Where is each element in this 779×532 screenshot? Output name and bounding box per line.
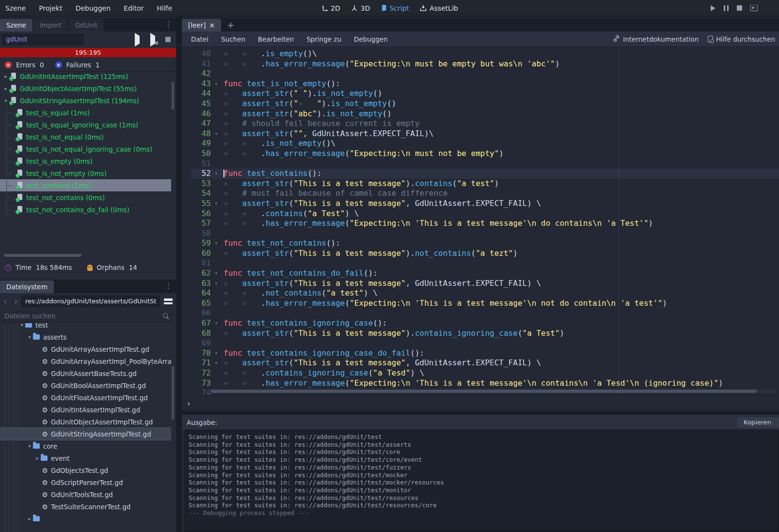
fs-file-row[interactable]: ⚙GdUnitIntAssertImplTest.gd <box>0 404 171 416</box>
code-line-47[interactable]: 47»# should fail because current is empt… <box>191 119 779 129</box>
code-line-65[interactable]: 65»».has_error_message("Expecting:\n 'Th… <box>191 298 779 309</box>
code-line-50[interactable]: 50»».has_error_message("Expecting:\n mus… <box>191 149 779 159</box>
code-line-68[interactable]: 68»assert_str("This is a test message").… <box>191 329 779 339</box>
code-line-69[interactable]: 69 <box>191 338 779 348</box>
tab-import[interactable]: Import <box>33 19 68 31</box>
code-line-53[interactable]: 53»assert_str("This is a test message").… <box>191 179 779 189</box>
code-line-59[interactable]: 59▾func test_not_contains(): <box>191 238 779 249</box>
code-line-45[interactable]: 45»assert_str("» ").is_not_empty() <box>191 99 779 109</box>
script-menu-debuggen[interactable]: Debuggen <box>354 35 388 43</box>
fold-arrow-icon[interactable]: ▾ <box>215 79 223 89</box>
line-number[interactable]: 45 <box>191 99 215 109</box>
chevron-right-icon[interactable]: ▸ <box>26 516 33 521</box>
test-tree-item[interactable]: ✓test_is_not_equal_ignoring_case (0ms) <box>0 143 171 155</box>
line-number[interactable]: 59 <box>191 238 215 249</box>
online-docs-button[interactable]: Internetdokumentation <box>613 35 699 44</box>
test-tree-item[interactable]: ▸✓GdUnitObjectAssertImplTest (55ms) <box>0 82 171 94</box>
workspace-2d-button[interactable]: 2D <box>321 4 340 12</box>
line-number[interactable]: 63 <box>191 279 215 289</box>
search-help-button[interactable]: Hilfe durchsuchen <box>708 35 775 43</box>
fold-arrow-icon[interactable]: ▾ <box>215 348 223 359</box>
code-line-55[interactable]: 55▾»assert_str("This is a test message",… <box>191 199 779 209</box>
history-back-icon[interactable]: ‹ <box>0 297 11 306</box>
dock-menu-icon[interactable]: ⋮ <box>165 20 172 29</box>
script-menu-suchen[interactable]: Suchen <box>221 35 245 43</box>
fs-file-row[interactable]: ⚙GdUnitToolsTest.gd <box>0 488 171 501</box>
script-menu-bearbeiten[interactable]: Bearbeiten <box>258 35 294 43</box>
test-tree-item[interactable]: ✓test_not_contains_do_fail (0ms) <box>0 203 171 216</box>
fold-arrow-icon[interactable]: ▾ <box>215 169 223 179</box>
fs-file-row[interactable]: ⚙TestSuiteScannerTest.gd <box>0 501 171 513</box>
stop-tests-button[interactable] <box>165 37 171 42</box>
chevron-down-icon[interactable]: ▾ <box>26 443 33 449</box>
menu-item-editor[interactable]: Editor <box>124 4 143 12</box>
line-number[interactable]: 50 <box>191 149 215 159</box>
code-line-70[interactable]: 70▾func test_contains_ignoring_case_do_f… <box>191 348 779 359</box>
code-line-49[interactable]: 49»».is_not_empty()\ <box>191 139 779 149</box>
filesystem-search-bar[interactable]: Dateien suchen <box>0 310 174 322</box>
scroll-handle[interactable] <box>211 390 757 393</box>
fs-file-row[interactable]: ⚙GdUnitStringAssertImplTest.gd <box>0 428 171 440</box>
tab-script-leer[interactable]: [leer] × <box>182 19 221 31</box>
code-line-60[interactable]: 60»assert_str("This is a test message").… <box>191 249 779 259</box>
code-line-58[interactable]: 58 <box>191 229 779 239</box>
test-filter-input[interactable]: gdUnit <box>2 34 83 45</box>
line-number[interactable]: 60 <box>191 249 215 259</box>
line-number[interactable]: 66 <box>191 308 215 318</box>
chevron-right-icon[interactable]: ▸ <box>2 74 10 79</box>
line-number[interactable]: 61 <box>191 258 215 268</box>
menu-item-debuggen[interactable]: Debuggen <box>76 4 111 12</box>
split-mode-icon[interactable] <box>164 298 173 305</box>
scroll-handle[interactable] <box>4 254 81 257</box>
test-tree-item[interactable]: ✓test_is_equal_ignoring_case (1ms) <box>0 119 171 131</box>
code-line-64[interactable]: 64»».not_contains("a test") \ <box>191 288 779 298</box>
fold-arrow-icon[interactable]: ▾ <box>215 318 223 329</box>
output-splitter[interactable] <box>182 411 779 415</box>
code-line-63[interactable]: 63▾»assert_str("This is a test message",… <box>191 279 779 289</box>
line-number[interactable]: 69 <box>191 338 215 348</box>
run-tests-button[interactable] <box>135 36 140 44</box>
test-tree-item[interactable]: ▸✓GdUnitIntAssertImplTest (125ms) <box>0 72 171 82</box>
line-number[interactable]: 72 <box>191 368 215 378</box>
line-number[interactable]: 53 <box>191 179 215 189</box>
test-tree-item[interactable]: ✓test_is_empty (0ms) <box>0 155 171 167</box>
line-number[interactable]: 48 <box>191 129 215 139</box>
workspace-assetlib-button[interactable]: AssetLib <box>420 4 458 12</box>
chevron-right-icon[interactable]: ▸ <box>34 455 41 461</box>
fs-file-row[interactable]: ⚙GdUnitObjectAssertImplTest.gd <box>0 416 171 428</box>
fs-file-row[interactable]: ⚙GdUnitFloatAssertImplTest.gd <box>0 391 171 404</box>
test-tree-vscrollbar[interactable] <box>172 82 174 110</box>
fold-arrow-icon[interactable]: ▾ <box>215 129 223 139</box>
line-number[interactable]: 49 <box>191 139 215 149</box>
code-line-43[interactable]: 43▾func test_is_not_empty(): <box>191 79 779 89</box>
code-line-48[interactable]: 48▾»assert_str("", GdUnitAssert.EXPECT_F… <box>191 129 779 139</box>
current-path-field[interactable]: res://addons/gdUnit/test/asserts/GdUnitS… <box>21 296 159 307</box>
code-hscrollbar[interactable] <box>209 390 776 393</box>
line-number[interactable]: 51 <box>191 159 215 169</box>
test-tree-hscrollbar[interactable] <box>4 254 170 257</box>
code-line-41[interactable]: 41»».has_error_message("Expecting:\n mus… <box>191 59 779 69</box>
line-number[interactable]: 40 <box>191 49 215 59</box>
line-number[interactable]: 67 <box>191 318 215 329</box>
menu-item-projekt[interactable]: Projekt <box>39 4 62 12</box>
copy-button[interactable]: Kopieren <box>737 417 779 428</box>
fs-file-row[interactable]: ⚙GdUnitAssertBaseTests.gd <box>0 367 171 379</box>
filesystem-menu-icon[interactable]: ⋮ <box>165 282 172 290</box>
code-line-71[interactable]: 71▾»assert_str("This is a test message",… <box>191 358 779 368</box>
code-line-56[interactable]: 56»».contains("a Test") \ <box>191 209 779 219</box>
add-tab-icon[interactable]: + <box>227 20 234 30</box>
chevron-down-icon[interactable]: ▾ <box>26 334 33 340</box>
fold-arrow-icon[interactable]: ▾ <box>215 358 223 368</box>
tab-szene[interactable]: Szene <box>0 19 32 31</box>
fold-arrow-icon[interactable]: ▾ <box>215 279 223 289</box>
test-tree-item[interactable]: ✓test_is_equal (1ms) <box>0 107 171 119</box>
workspace-script-button[interactable]: Script <box>381 4 409 12</box>
line-number[interactable]: 43 <box>191 79 215 89</box>
line-number[interactable]: 64 <box>191 288 215 298</box>
line-number[interactable]: 62 <box>191 268 215 279</box>
filesystem-vscrollbar[interactable] <box>172 366 174 420</box>
play-button[interactable] <box>711 5 715 11</box>
code-line-42[interactable]: 42 <box>191 69 779 79</box>
code-line-73[interactable]: 73»».has_error_message("Expecting:\n 'Th… <box>191 378 779 389</box>
code-line-72[interactable]: 72»».contains_ignoring_case("a Tesd") \ <box>191 368 779 378</box>
